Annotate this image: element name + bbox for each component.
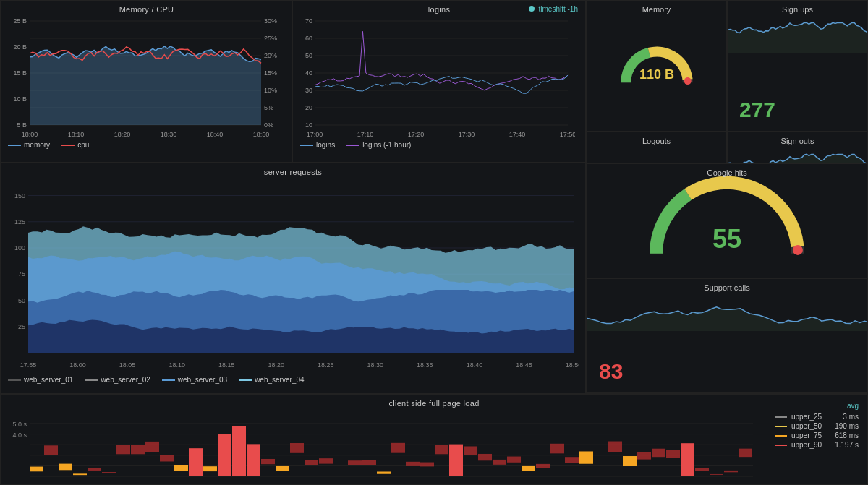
upper75-value: 618 ms — [826, 432, 859, 439]
ws03-label: web_server_03 — [178, 376, 227, 384]
ws03-color — [162, 379, 175, 381]
sign-ups-title: Sign ups — [728, 5, 867, 14]
top-left-panels: Memory / CPU memory cpu logins timeshift… — [0, 0, 586, 163]
support-calls-value: 83 — [599, 359, 623, 384]
logins-color — [300, 145, 313, 146]
ws01-label: web_server_01 — [24, 376, 73, 384]
logins-chart — [293, 15, 575, 138]
upper90-label: upper_90 — [791, 441, 822, 449]
legend-logins-1h: logins (-1 hour) — [346, 141, 411, 149]
memory-gauge-title: Memory — [587, 5, 726, 14]
legend-upper25: upper_25 3 ms — [775, 413, 859, 421]
server-requests-chart — [1, 178, 579, 373]
upper90-color — [775, 445, 787, 446]
logins-label: logins — [316, 141, 335, 149]
upper50-label: upper_50 — [791, 422, 822, 430]
upper25-label: upper_25 — [791, 413, 822, 421]
memory-gauge-chart — [599, 31, 715, 100]
legend-cpu: cpu — [61, 141, 89, 149]
client-side-legend: avg upper_25 3 ms upper_50 190 ms upper_… — [775, 402, 859, 449]
upper75-label: upper_75 — [791, 432, 822, 439]
legend-ws02: web_server_02 — [85, 376, 150, 384]
upper25-value: 3 ms — [834, 413, 859, 421]
upper50-value: 190 ms — [826, 422, 859, 430]
legend-upper75: upper_75 618 ms — [775, 432, 859, 439]
memory-color — [8, 145, 21, 146]
timeshift-dot — [529, 6, 535, 12]
server-requests-title: server requests — [1, 163, 585, 178]
legend-logins: logins — [300, 141, 335, 149]
server-requests-panel: server requests web_server_01 web_server… — [0, 163, 586, 394]
logins-1h-color — [346, 145, 359, 146]
client-side-panel: client side full page load avg upper_25 … — [0, 394, 868, 485]
server-requests-legend: web_server_01 web_server_02 web_server_0… — [1, 373, 585, 388]
legend-upper50: upper_50 190 ms — [775, 422, 859, 430]
logins-legend: logins logins (-1 hour) — [293, 138, 585, 153]
timeshift-label: timeshift -1h — [539, 5, 578, 13]
logins-1h-label: logins (-1 hour) — [362, 141, 411, 149]
logouts-gauge-title: Logouts — [587, 137, 726, 145]
client-side-title: client side full page load — [1, 395, 867, 409]
client-side-chart — [1, 409, 868, 485]
cpu-color — [61, 145, 75, 146]
legend-memory: memory — [8, 141, 50, 149]
legend-ws04: web_server_04 — [239, 376, 304, 384]
sign-ups-panel: Sign ups 277 — [727, 0, 868, 132]
ws04-label: web_server_04 — [255, 376, 304, 384]
memory-cpu-title: Memory / CPU — [1, 1, 292, 15]
upper25-color — [775, 416, 787, 418]
legend-upper90: upper_90 1.197 s — [775, 441, 859, 449]
memory-label: memory — [24, 141, 50, 149]
ws04-color — [239, 379, 252, 381]
memory-cpu-chart — [1, 15, 283, 138]
ws02-label: web_server_02 — [101, 376, 150, 384]
google-hits-large-chart — [618, 171, 835, 272]
google-hits-large-title: Google hits — [587, 168, 867, 177]
avg-label: avg — [775, 402, 859, 410]
timeshift-badge: timeshift -1h — [529, 5, 578, 13]
upper90-value: 1.197 s — [826, 441, 859, 449]
sign-ups-value: 277 — [739, 98, 775, 122]
logins-chart-panel: logins timeshift -1h logins logins (-1 h… — [293, 1, 585, 162]
legend-ws03: web_server_03 — [162, 376, 227, 384]
ws02-color — [85, 379, 98, 381]
dashboard: Memory / CPU memory cpu logins timeshift… — [0, 0, 868, 485]
legend-ws01: web_server_01 — [8, 376, 73, 384]
right-bottom-panels: Google hits Support calls 83 — [586, 163, 868, 394]
sign-outs-title: Sign outs — [728, 137, 867, 145]
upper75-color — [775, 435, 787, 437]
memory-gauge-panel: Memory — [586, 0, 727, 132]
memory-cpu-panel: Memory / CPU memory cpu — [1, 1, 293, 162]
memory-cpu-legend: memory cpu — [1, 138, 292, 153]
support-calls-title: Support calls — [587, 283, 867, 292]
ws01-color — [8, 379, 21, 381]
google-hits-large-panel: Google hits — [587, 163, 867, 278]
support-calls-panel: Support calls 83 — [587, 278, 867, 393]
cpu-label: cpu — [77, 141, 89, 149]
upper50-color — [775, 426, 787, 427]
